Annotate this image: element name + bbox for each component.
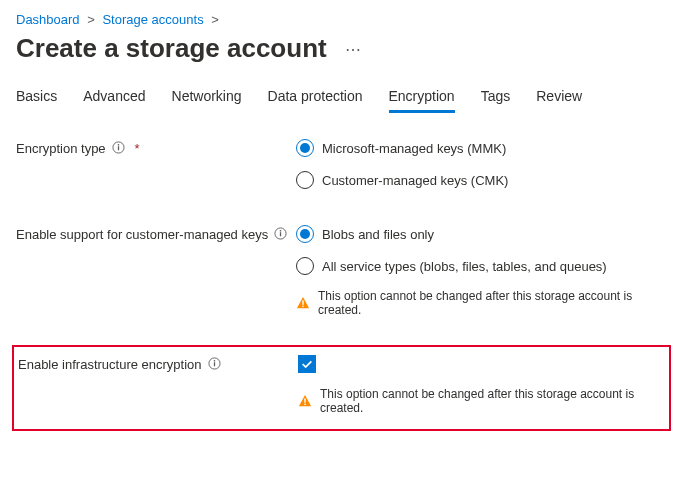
tab-data-protection[interactable]: Data protection (268, 88, 363, 113)
svg-rect-2 (117, 146, 118, 150)
info-icon[interactable] (274, 227, 287, 240)
tab-review[interactable]: Review (536, 88, 582, 113)
page-title: Create a storage account (16, 33, 327, 64)
svg-rect-11 (304, 398, 305, 402)
radio-blobs-files-label: Blobs and files only (322, 227, 434, 242)
svg-rect-5 (280, 232, 281, 236)
tab-tags[interactable]: Tags (481, 88, 511, 113)
radio-icon (296, 225, 314, 243)
radio-icon (296, 171, 314, 189)
radio-icon (296, 139, 314, 157)
infra-encryption-label: Enable infrastructure encryption (18, 357, 202, 372)
warning-icon (298, 394, 312, 408)
cmk-support-label: Enable support for customer-managed keys (16, 227, 268, 242)
chevron-right-icon: > (87, 12, 95, 27)
infra-encryption-highlight: Enable infrastructure encryption This op… (12, 345, 671, 431)
radio-all-service-types[interactable]: All service types (blobs, files, tables,… (296, 257, 669, 275)
cmk-support-warning: This option cannot be changed after this… (296, 289, 669, 317)
breadcrumb: Dashboard > Storage accounts > (16, 12, 669, 27)
cmk-support-warning-text: This option cannot be changed after this… (318, 289, 669, 317)
radio-cmk-label: Customer-managed keys (CMK) (322, 173, 508, 188)
encryption-type-label: Encryption type (16, 141, 106, 156)
info-icon[interactable] (112, 141, 125, 154)
svg-point-4 (280, 230, 282, 232)
tab-networking[interactable]: Networking (172, 88, 242, 113)
radio-blobs-files-only[interactable]: Blobs and files only (296, 225, 669, 243)
svg-rect-10 (213, 362, 214, 366)
radio-icon (296, 257, 314, 275)
radio-cmk[interactable]: Customer-managed keys (CMK) (296, 171, 669, 189)
required-indicator: * (135, 141, 140, 156)
svg-point-9 (213, 360, 215, 362)
svg-rect-7 (302, 306, 303, 307)
infra-encryption-warning-text: This option cannot be changed after this… (320, 387, 665, 415)
breadcrumb-item-storage-accounts[interactable]: Storage accounts (102, 12, 203, 27)
check-icon (300, 357, 314, 371)
warning-icon (296, 296, 310, 310)
infra-encryption-warning: This option cannot be changed after this… (298, 387, 665, 415)
tab-advanced[interactable]: Advanced (83, 88, 145, 113)
breadcrumb-item-dashboard[interactable]: Dashboard (16, 12, 80, 27)
tab-basics[interactable]: Basics (16, 88, 57, 113)
chevron-right-icon: > (211, 12, 219, 27)
more-actions-icon[interactable]: ⋯ (345, 40, 363, 59)
radio-mmk-label: Microsoft-managed keys (MMK) (322, 141, 506, 156)
infra-encryption-checkbox[interactable] (298, 355, 316, 373)
radio-all-service-types-label: All service types (blobs, files, tables,… (322, 259, 607, 274)
svg-point-1 (117, 144, 119, 146)
info-icon[interactable] (208, 357, 221, 370)
svg-rect-12 (304, 404, 305, 405)
radio-mmk[interactable]: Microsoft-managed keys (MMK) (296, 139, 669, 157)
svg-rect-6 (302, 300, 303, 304)
tabs: Basics Advanced Networking Data protecti… (16, 88, 669, 113)
tab-encryption[interactable]: Encryption (389, 88, 455, 113)
